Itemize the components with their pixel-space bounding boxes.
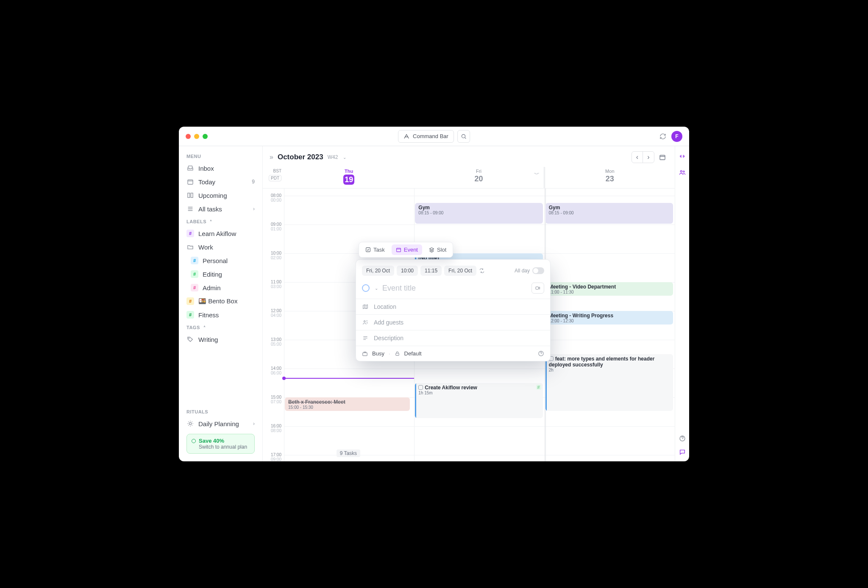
location-field[interactable]: Location bbox=[356, 299, 550, 314]
next-button[interactable]: › bbox=[643, 152, 654, 163]
tab-task[interactable]: Task bbox=[361, 244, 389, 255]
end-time-chip[interactable]: 11:15 bbox=[420, 266, 442, 276]
video-call-button[interactable] bbox=[531, 283, 544, 294]
svg-rect-4 bbox=[188, 193, 190, 198]
event-review[interactable]: # Create Akiflow review 1h 15m bbox=[415, 383, 542, 418]
briefcase-icon bbox=[362, 351, 368, 357]
today-button[interactable] bbox=[657, 152, 668, 163]
check-square-icon bbox=[365, 247, 371, 252]
expand-icon[interactable]: » bbox=[270, 153, 273, 161]
label-admin[interactable]: # Admin bbox=[187, 281, 258, 294]
hash-icon: # bbox=[191, 257, 198, 264]
labels-header[interactable]: LABELS˄ bbox=[183, 216, 258, 227]
svg-point-15 bbox=[683, 171, 684, 172]
label-bento-box[interactable]: # 🍱 Bento Box bbox=[183, 294, 258, 308]
week-label: W42 bbox=[328, 154, 338, 160]
ritual-daily-planning[interactable]: Daily Planning › bbox=[183, 417, 258, 430]
end-date-chip[interactable]: Fri, 20 Oct bbox=[444, 266, 476, 276]
chevron-down-icon[interactable]: ⌄ bbox=[375, 286, 378, 291]
event-gym-mon[interactable]: Gym 08:15 - 09:00 bbox=[545, 203, 673, 224]
hash-icon: # bbox=[186, 311, 194, 319]
allday-label: All day bbox=[515, 268, 530, 274]
svg-point-11 bbox=[192, 439, 196, 443]
help-icon[interactable] bbox=[679, 435, 686, 442]
day-header-mon[interactable]: Mon 23 bbox=[544, 167, 675, 188]
broadcast-icon[interactable] bbox=[679, 153, 686, 160]
close-window-icon[interactable] bbox=[186, 134, 191, 139]
label-learn-akiflow[interactable]: # Learn Akiflow bbox=[183, 227, 258, 240]
svg-rect-18 bbox=[396, 248, 401, 252]
command-bar-label: Command Bar bbox=[413, 133, 448, 139]
chat-icon[interactable] bbox=[679, 449, 686, 455]
start-time-chip[interactable]: 10:00 bbox=[397, 266, 418, 276]
allday-toggle[interactable] bbox=[532, 267, 544, 274]
svg-rect-20 bbox=[536, 287, 539, 289]
minimize-window-icon[interactable] bbox=[194, 134, 199, 139]
map-icon bbox=[362, 304, 369, 310]
tags-header[interactable]: TAGS˄ bbox=[183, 322, 258, 333]
busy-status[interactable]: Busy bbox=[372, 350, 384, 357]
visibility-status[interactable]: Default bbox=[404, 350, 422, 357]
list-icon bbox=[186, 205, 194, 213]
task-count-badge[interactable]: 9 Tasks bbox=[337, 449, 360, 457]
event-title-input[interactable] bbox=[382, 284, 527, 293]
svg-rect-12 bbox=[660, 155, 665, 160]
right-rail bbox=[675, 146, 689, 461]
search-button[interactable] bbox=[457, 130, 470, 143]
fullscreen-window-icon[interactable] bbox=[203, 134, 208, 139]
color-picker-icon[interactable] bbox=[362, 284, 370, 292]
avatar[interactable]: F bbox=[671, 131, 682, 142]
label-fitness[interactable]: # Fitness bbox=[183, 308, 258, 322]
svg-point-10 bbox=[189, 422, 191, 424]
sidebar-item-inbox[interactable]: Inbox bbox=[183, 161, 258, 175]
prev-button[interactable]: ‹ bbox=[632, 152, 643, 163]
sidebar-item-today[interactable]: Today 9 bbox=[183, 175, 258, 189]
popup-tabs: Task Event Slot bbox=[359, 242, 453, 258]
hash-icon: # bbox=[536, 385, 541, 390]
command-bar-button[interactable]: Command Bar bbox=[398, 130, 454, 143]
label-personal[interactable]: # Personal bbox=[187, 254, 258, 267]
chevron-up-icon: ˄ bbox=[210, 219, 212, 224]
svg-rect-26 bbox=[395, 353, 399, 355]
promo-banner[interactable]: Save 40% Switch to annual plan bbox=[186, 434, 255, 454]
chevron-down-icon[interactable]: ⌄ bbox=[343, 155, 346, 160]
inbox-icon bbox=[534, 171, 540, 175]
tz-pdt[interactable]: PDT bbox=[269, 175, 281, 181]
label-editing[interactable]: # Editing bbox=[187, 267, 258, 281]
svg-point-9 bbox=[189, 338, 189, 338]
day-header-thu[interactable]: Thu 19 bbox=[284, 167, 414, 188]
sidebar: MENU Inbox Today 9 Upcoming All tasks › … bbox=[179, 146, 263, 461]
chevron-right-icon: › bbox=[253, 206, 255, 212]
guests-field[interactable]: Add guests bbox=[356, 315, 550, 330]
svg-rect-5 bbox=[191, 193, 193, 198]
event-beth-meeting[interactable]: Beth x Francesco: Meet 15:00 - 15:30 bbox=[285, 397, 410, 411]
event-video-meeting[interactable]: Meeting - Video Department 11:00 - 11:30 bbox=[545, 282, 673, 296]
svg-rect-2 bbox=[188, 180, 193, 184]
now-line bbox=[284, 378, 414, 379]
nav-buttons: ‹ › bbox=[632, 151, 654, 163]
upcoming-icon bbox=[186, 191, 194, 199]
tab-slot[interactable]: Slot bbox=[425, 244, 451, 255]
repeat-icon[interactable] bbox=[479, 268, 485, 274]
tab-event[interactable]: Event bbox=[392, 244, 422, 255]
calendar-today-icon bbox=[186, 178, 194, 186]
event-feat[interactable]: feat: more types and elements for header… bbox=[545, 354, 673, 411]
event-writing-meeting[interactable]: Meeting - Writing Progress 12:00 - 12:30 bbox=[545, 311, 673, 325]
sidebar-item-all-tasks[interactable]: All tasks › bbox=[183, 202, 258, 216]
day-header-fri[interactable]: Fri 20 bbox=[414, 167, 543, 188]
tag-writing[interactable]: Writing bbox=[183, 333, 258, 346]
event-gym-fri[interactable]: Gym 08:15 - 09:00 bbox=[415, 203, 542, 224]
label-work[interactable]: Work bbox=[183, 240, 258, 254]
text-icon bbox=[362, 335, 369, 341]
menu-header: MENU bbox=[183, 150, 258, 161]
sun-icon bbox=[186, 420, 194, 427]
description-field[interactable]: Description bbox=[356, 330, 550, 346]
sidebar-item-upcoming[interactable]: Upcoming bbox=[183, 189, 258, 202]
chevron-right-icon: › bbox=[253, 421, 255, 427]
people-icon[interactable] bbox=[679, 169, 686, 176]
help-icon[interactable] bbox=[538, 350, 544, 357]
checkbox-icon bbox=[418, 385, 423, 390]
svg-rect-25 bbox=[363, 352, 367, 355]
start-date-chip[interactable]: Fri, 20 Oct bbox=[362, 266, 394, 276]
sync-icon[interactable] bbox=[659, 133, 666, 140]
